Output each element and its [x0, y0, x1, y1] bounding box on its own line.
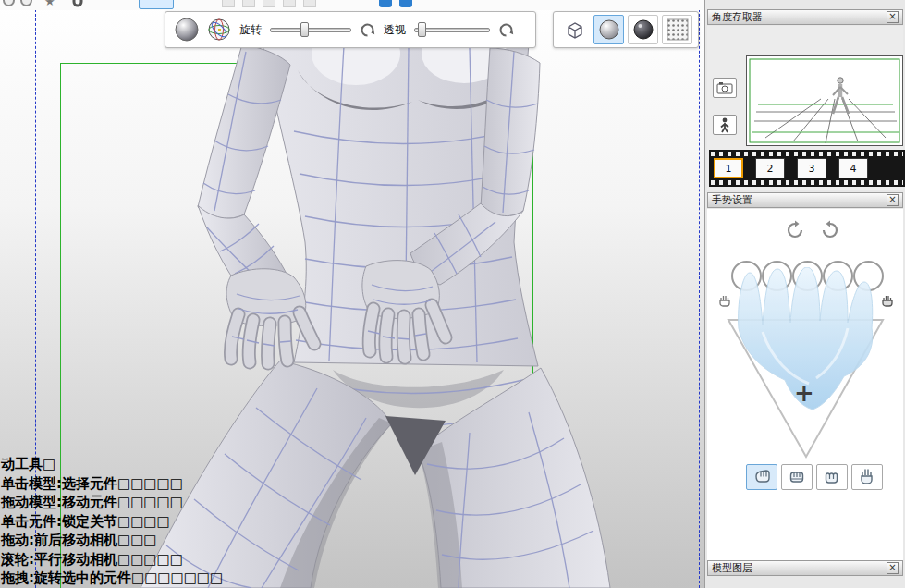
fist-hand-icon — [788, 468, 806, 486]
angle-frame-3[interactable]: 3 — [797, 158, 826, 178]
camera-icon — [716, 81, 733, 94]
camera-snapshot-button[interactable] — [713, 78, 737, 98]
left-hand-toggle-icon[interactable] — [718, 294, 732, 312]
blue-tool-icon-2[interactable] — [399, 0, 412, 7]
angle-panel-body: 1 2 3 4 — [707, 26, 903, 190]
knuckle-hand-icon — [823, 468, 841, 486]
shading-sphere-icon — [175, 18, 199, 42]
rotate-hand-left-icon[interactable] — [785, 220, 805, 244]
grip-hand-icon — [752, 468, 771, 486]
help-line: 单击元件:锁定关节□□□□ — [1, 512, 223, 532]
rotate-slider-thumb[interactable] — [300, 22, 309, 37]
display-mode-toolbar — [553, 11, 699, 48]
gesture-panel-close-icon[interactable]: × — [887, 194, 899, 206]
active-tool-button[interactable] — [139, 0, 174, 9]
help-line: 滚轮:平行移动相机□□□□□ — [1, 550, 223, 570]
blue-tool-icon-1[interactable] — [379, 0, 392, 7]
perspective-label: 透视 — [384, 22, 406, 38]
disabled-tool-icon-4 — [283, 0, 296, 7]
film-sprockets-top — [711, 152, 903, 156]
viewport-help-overlay: 动工具□ 单击模型:选择元件□□□□□ 拖动模型:移动元件□□□□□ 单击元件:… — [1, 455, 223, 588]
tool-icon-circle-2[interactable] — [20, 0, 32, 6]
film-sprockets-bottom — [711, 180, 903, 185]
right-hand-toggle-icon[interactable] — [881, 294, 895, 312]
angle-frame-2[interactable]: 2 — [755, 158, 785, 178]
shaded-ball-button[interactable] — [593, 15, 624, 44]
help-line: 单击模型:选择元件□□□□□ — [1, 474, 223, 494]
right-sidebar: 角度存取器 × — [704, 0, 905, 588]
gesture-preset-open-button[interactable] — [851, 464, 883, 490]
tool-icon-circle-1[interactable] — [3, 0, 15, 6]
rotate-slider[interactable] — [270, 22, 351, 37]
disabled-tool-icon-3 — [263, 0, 275, 7]
gesture-cursor-plus[interactable]: + — [794, 379, 814, 407]
model-layer-panel-title: 模型图层 — [712, 561, 887, 575]
help-line: 拖动:前后移动相机□□□ — [1, 531, 223, 550]
angle-frame-4[interactable]: 4 — [838, 158, 868, 178]
model-layer-panel-close-icon[interactable]: × — [887, 562, 899, 574]
angle-panel-close-icon[interactable]: × — [887, 11, 899, 23]
magnet-tool-icon[interactable] — [70, 0, 85, 10]
star-tool-icon[interactable]: ★ — [44, 0, 55, 9]
angle-panel-title: 角度存取器 — [712, 10, 887, 24]
camera-toolbar: 旋转 透视 — [165, 11, 536, 48]
model-layer-panel-header: 模型图层 × — [707, 560, 903, 576]
pose-figure-button[interactable] — [713, 115, 737, 135]
viewport-3d[interactable]: .p{stroke:#9b9ba6;stroke-width:1;} .w{st… — [0, 0, 704, 588]
angle-frame-strip: 1 2 3 4 — [709, 150, 905, 187]
disabled-tool-icon-2 — [242, 0, 255, 7]
dark-ball-button[interactable] — [628, 15, 658, 44]
help-line: 拖动模型:移动元件□□□□□ — [1, 493, 223, 512]
rotate-reset-icon[interactable] — [360, 22, 375, 38]
rotate-label: 旋转 — [239, 22, 262, 38]
wireframe-cube-button[interactable] — [559, 15, 590, 44]
angle-frame-1[interactable]: 1 — [714, 158, 743, 178]
gesture-preset-fist-button[interactable] — [781, 464, 813, 490]
figure-icon — [718, 117, 731, 133]
disabled-tool-icon-5 — [303, 0, 316, 7]
angle-panel-header: 角度存取器 × — [707, 9, 903, 25]
help-line: 拖拽:旋转选中的元件□□□□□□□ — [1, 569, 223, 588]
halftone-pattern-button[interactable] — [662, 15, 692, 44]
gesture-preset-grip-button[interactable] — [746, 464, 777, 490]
perspective-slider[interactable] — [414, 22, 490, 37]
main-toolbar-strip: ★ — [0, 0, 704, 10]
app-window: .p{stroke:#9b9ba6;stroke-width:1;} .w{st… — [0, 0, 905, 588]
rotation-orb-icon[interactable] — [207, 18, 231, 42]
open-hand-icon — [858, 468, 876, 486]
gesture-panel-body: + — [707, 209, 903, 560]
gesture-panel-title: 手势设置 — [712, 193, 887, 207]
rotate-hand-right-icon[interactable] — [820, 220, 840, 244]
perspective-slider-thumb[interactable] — [418, 22, 426, 37]
help-line: 动工具□ — [1, 455, 223, 474]
gesture-preset-knuckle-button[interactable] — [816, 464, 848, 490]
perspective-reset-icon[interactable] — [498, 22, 514, 38]
angle-preview-thumbnail[interactable] — [746, 55, 903, 146]
disabled-tool-icon-1 — [222, 0, 235, 7]
rotate-slider-track[interactable] — [270, 28, 351, 32]
gesture-panel-header: 手势设置 × — [707, 192, 903, 208]
